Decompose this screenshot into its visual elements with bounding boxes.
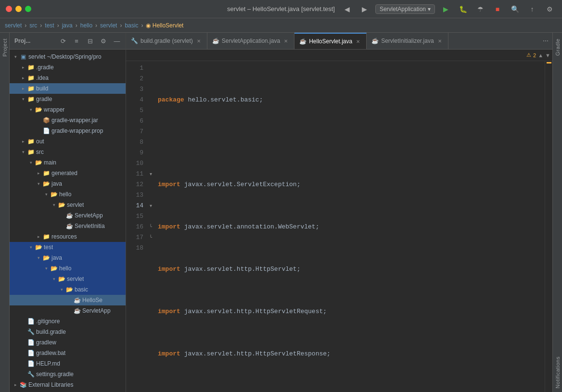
gradle-panel-label[interactable]: Gradle bbox=[554, 35, 562, 60]
gradle-icon: 🔧 bbox=[27, 328, 35, 336]
tree-item-basic[interactable]: 📂 basic bbox=[10, 284, 126, 295]
bc-test[interactable]: test bbox=[45, 22, 54, 29]
list-item[interactable]: 📄 gradlew.bat bbox=[10, 348, 126, 358]
share-icon[interactable]: ↑ bbox=[525, 4, 539, 14]
list-item[interactable]: ☕ ServletApp bbox=[10, 210, 126, 221]
close-button[interactable] bbox=[6, 6, 12, 12]
bc-servlet[interactable]: servlet bbox=[5, 22, 22, 29]
forward-icon[interactable]: ▶ bbox=[358, 4, 371, 14]
search-icon[interactable]: 🔍 bbox=[508, 4, 522, 14]
editor-area: 🔧 build.gradle (servlet) ✕ ☕ ServletAppl… bbox=[126, 33, 552, 392]
list-item[interactable]: 📁 out bbox=[10, 136, 126, 147]
list-item[interactable]: 📂 java bbox=[10, 253, 126, 263]
list-item[interactable]: 📂 java bbox=[10, 178, 126, 189]
minimize-button[interactable] bbox=[15, 6, 22, 12]
tree-item-scratches[interactable]: ✏️ Scratches and Consoles bbox=[10, 390, 126, 392]
folder-icon: 📁 bbox=[27, 148, 35, 156]
list-item[interactable]: 📁 gradle bbox=[10, 94, 126, 104]
list-item[interactable]: 📁 .gradle bbox=[10, 62, 126, 73]
project-panel-label[interactable]: Project bbox=[1, 35, 9, 61]
tab-close-icon[interactable]: ✕ bbox=[355, 38, 361, 45]
gear-icon[interactable]: ⚙ bbox=[98, 35, 109, 47]
breadcrumb: servlet › src › test › java › hello › se… bbox=[0, 18, 562, 33]
notifications-label[interactable]: Notifications bbox=[554, 353, 562, 392]
tree-item-ext-libs[interactable]: 📚 External Libraries bbox=[10, 379, 126, 390]
tree-arrow bbox=[27, 159, 35, 166]
list-item[interactable]: 📄 gradlew bbox=[10, 337, 126, 348]
bc-class[interactable]: ◉ HelloServlet bbox=[146, 22, 183, 29]
run-icon[interactable]: ▶ bbox=[439, 4, 452, 14]
tab-servlet-app[interactable]: ☕ ServletApplication.java ✕ bbox=[207, 33, 294, 49]
list-item[interactable]: 📁 resources bbox=[10, 231, 126, 242]
settings-icon[interactable]: ⚙ bbox=[543, 4, 556, 14]
list-item[interactable]: 🔧 settings.gradle bbox=[10, 369, 126, 379]
folder-icon: 📁 bbox=[42, 169, 50, 177]
properties-icon: 📄 bbox=[42, 127, 50, 135]
code-line: import javax.servlet.http.HttpServletReq… bbox=[154, 306, 545, 317]
bc-java[interactable]: java bbox=[62, 22, 73, 29]
code-line: import javax.servlet.http.HttpServletRes… bbox=[154, 349, 545, 359]
tab-build-gradle[interactable]: 🔧 build.gradle (servlet) ✕ bbox=[126, 33, 207, 49]
bc-basic[interactable]: basic bbox=[125, 22, 138, 29]
list-item[interactable]: 📂 servlet bbox=[10, 274, 126, 284]
code-content[interactable]: package hello.servlet.basic; import java… bbox=[154, 61, 545, 392]
tab-close-icon[interactable]: ✕ bbox=[436, 38, 443, 44]
tree-item-test[interactable]: 📂 test bbox=[10, 242, 126, 253]
right-panel-strip: Gradle Notifications bbox=[552, 33, 562, 392]
maximize-button[interactable] bbox=[25, 6, 31, 12]
tab-servlet-init[interactable]: ☕ ServletInitializer.java ✕ bbox=[367, 33, 448, 49]
collapse-all-icon[interactable]: ≡ bbox=[71, 35, 82, 47]
more-icon[interactable]: — bbox=[111, 35, 123, 47]
md-icon: 📄 bbox=[27, 360, 35, 367]
tab-close-icon[interactable]: ✕ bbox=[282, 38, 289, 44]
chevron-down-icon[interactable]: ▼ bbox=[545, 52, 550, 58]
list-item[interactable]: 📦 gradle-wrapper.jar bbox=[10, 115, 126, 126]
java-tab-icon: ☕ bbox=[371, 38, 379, 44]
list-item[interactable]: 📄 .gitignore bbox=[10, 316, 126, 327]
fold-marker-11[interactable]: ▾ bbox=[147, 169, 154, 179]
list-item[interactable]: 📄 gradle-wrapper.prop bbox=[10, 126, 126, 136]
tree-arrow bbox=[19, 63, 27, 71]
stop-icon[interactable]: ■ bbox=[491, 4, 504, 14]
sync-icon[interactable]: ⟳ bbox=[57, 35, 69, 47]
title-bar-actions: ◀ ▶ ServletApplication ▾ ▶ 🐛 ☂ ■ 🔍 ↑ ⚙ bbox=[341, 4, 556, 14]
code-line: import javax.servlet.ServletException; bbox=[154, 179, 545, 190]
list-item[interactable]: 📂 hello bbox=[10, 263, 126, 274]
tree-item-build[interactable]: 📁 build bbox=[10, 83, 126, 94]
warning-marker bbox=[547, 62, 551, 63]
folder-icon: 📂 bbox=[58, 201, 65, 209]
tree-arrow bbox=[19, 95, 27, 103]
list-item[interactable]: 📄 HELP.md bbox=[10, 358, 126, 369]
filter-icon[interactable]: ⊟ bbox=[84, 35, 96, 47]
list-item[interactable]: ☕ ServletInitia bbox=[10, 221, 126, 231]
tree-item-hello-servlet[interactable]: ☕ HelloSe bbox=[10, 295, 126, 305]
code-editor[interactable]: 1 2 3 4 5 6 7 8 9 10 11 12 13 14 15 16 1… bbox=[126, 61, 552, 392]
coverage-icon[interactable]: ☂ bbox=[473, 4, 487, 14]
fold-marker-17[interactable]: ╰ bbox=[147, 232, 154, 243]
tab-hello-servlet[interactable]: ☕ HelloServlet.java ✕ bbox=[294, 33, 367, 49]
fold-marker-14[interactable]: ▾ bbox=[147, 201, 154, 211]
list-item[interactable]: 📂 hello bbox=[10, 189, 126, 200]
tab-close-icon[interactable]: ✕ bbox=[195, 38, 202, 44]
run-config-selector[interactable]: ServletApplication ▾ bbox=[375, 4, 435, 14]
tree-root[interactable]: ▣ servlet ~/Desktop/Spring/pro bbox=[10, 51, 126, 62]
chevron-up-icon[interactable]: ▲ bbox=[538, 52, 543, 58]
list-item[interactable]: 📂 servlet bbox=[10, 200, 126, 210]
tree-item-wrapper[interactable]: 📂 wrapper bbox=[10, 104, 126, 115]
back-icon[interactable]: ◀ bbox=[341, 4, 354, 14]
bc-servlet2[interactable]: servlet bbox=[100, 22, 117, 29]
bc-hello[interactable]: hello bbox=[80, 22, 92, 29]
list-item[interactable]: ☕ ServletApp bbox=[10, 305, 126, 316]
fold-marker-16[interactable]: ╰ bbox=[147, 222, 154, 232]
tree-arrow-root bbox=[12, 53, 19, 61]
list-item[interactable]: 📁 .idea bbox=[10, 73, 126, 83]
tree-arrow bbox=[19, 138, 27, 145]
list-item[interactable]: 📂 main bbox=[10, 157, 126, 168]
list-item[interactable]: 📁 src bbox=[10, 147, 126, 157]
folder-icon: 📂 bbox=[50, 190, 58, 198]
bc-src[interactable]: src bbox=[29, 22, 37, 29]
list-item[interactable]: 📁 generated bbox=[10, 168, 126, 178]
tab-more-button[interactable]: ⋯ bbox=[539, 33, 552, 49]
list-item[interactable]: 🔧 build.gradle bbox=[10, 327, 126, 337]
debug-icon[interactable]: 🐛 bbox=[456, 4, 470, 14]
